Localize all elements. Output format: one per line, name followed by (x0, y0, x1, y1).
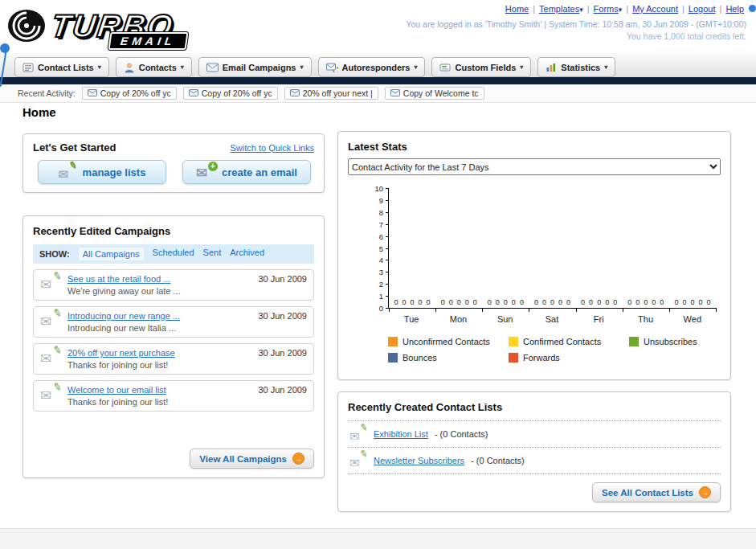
see-all-contact-lists-button[interactable]: See All Contact Lists → (592, 482, 721, 502)
bar-value: 0 (427, 298, 431, 306)
chart-day-group: 00000 (529, 188, 575, 308)
main-nav: Contact Lists▾Contacts▾Email Campaigns▾A… (0, 53, 756, 77)
recent-activity-items: Copy of 20% off ycCopy of 20% off yc20% … (82, 87, 484, 100)
chevron-down-icon: ▾ (604, 64, 607, 71)
envelope-pencil-icon: ✉✎ (40, 385, 61, 403)
campaign-item: ✉✎Welcome to our email listThanks for jo… (33, 380, 314, 412)
recent-activity-label: Recent Activity: (18, 88, 76, 98)
pencil-paper-icon: ✉✎ (349, 453, 367, 469)
manage-lists-button[interactable]: ✉✎ manage lists (38, 160, 166, 184)
contact-list-count: - (0 Contacts) (435, 429, 488, 439)
tab-statistics[interactable]: Statistics▾ (537, 57, 615, 77)
campaign-item: ✉✎See us at the retail food ...We're giv… (33, 269, 314, 301)
header: TURBO EMAIL Home|Templates ▾|Forms ▾|My … (0, 0, 756, 51)
separator: | (587, 4, 590, 14)
envelope-icon (290, 88, 300, 98)
tab-email-campaigns[interactable]: Email Campaigns▾ (198, 57, 312, 77)
filter-archived[interactable]: Archived (230, 248, 264, 260)
bar-value: 0 (449, 298, 453, 306)
campaign-date: 30 Jun 2009 (258, 385, 307, 395)
bar-value: 0 (652, 298, 656, 306)
bar-value: 0 (488, 298, 492, 306)
activity-item-label: 20% off your next | (303, 88, 373, 98)
campaign-subtitle: Introducing our new Italia ... (67, 323, 251, 333)
contact-list-link[interactable]: Exhibition List (374, 429, 428, 439)
campaign-title-link[interactable]: See us at the retail food ... (67, 274, 170, 284)
legend-entry: Bounces (388, 353, 509, 363)
create-email-button[interactable]: ✉+ create an email (182, 160, 311, 184)
bar-value: 0 (441, 298, 445, 306)
bar-value: 0 (589, 298, 593, 306)
envelope-icon (390, 88, 400, 98)
chart-day-group: 00000 (623, 188, 669, 308)
y-axis-label: 6 (379, 231, 383, 240)
header-right: Home|Templates ▾|Forms ▾|My Account|Logo… (406, 4, 746, 41)
bar-value: 0 (473, 298, 477, 306)
switch-quick-links-link[interactable]: Switch to Quick Links (230, 143, 314, 153)
top-link-logout[interactable]: Logout (689, 4, 716, 14)
y-axis-label: 9 (379, 195, 383, 204)
campaign-title-link[interactable]: Introducing our new range ... (67, 311, 180, 321)
recent-activity-item[interactable]: Copy of 20% off yc (82, 87, 177, 100)
top-nav: Home|Templates ▾|Forms ▾|My Account|Logo… (406, 4, 746, 14)
legend-entry: Forwards (509, 353, 629, 363)
contact-activity-chart: 0123456789100000000000000000000000000000… (388, 188, 716, 324)
filter-scheduled[interactable]: Scheduled (153, 248, 194, 260)
chart-x-axis-labels: TueMonSunSatFriThuWed (388, 314, 716, 324)
pencil-paper-icon: ✉✎ (349, 426, 367, 442)
recently-created-contact-lists-panel: Recently Created Contact Lists ✉✎Exhibit… (337, 391, 731, 512)
filter-sent[interactable]: Sent (203, 248, 222, 260)
contact-list-item: ✉✎Exhibition List- (0 Contacts) (348, 420, 721, 447)
y-axis-label: 4 (379, 256, 383, 264)
view-all-campaigns-button[interactable]: View All Campaigns → (190, 449, 314, 469)
top-link-forms[interactable]: Forms ▾ (594, 4, 623, 14)
campaign-title-link[interactable]: 20% off your next purchase (67, 348, 175, 358)
bar-value: 0 (558, 298, 562, 306)
chart-day-group: 00000 (576, 188, 623, 308)
bar-value: 0 (635, 298, 640, 306)
contact-list-link[interactable]: Newsletter Subscribers (374, 456, 464, 465)
logo-subtext: EMAIL (108, 32, 188, 50)
top-link-home[interactable]: Home (505, 4, 529, 14)
chevron-down-icon: ▾ (98, 64, 101, 71)
recent-activity-item[interactable]: Copy of 20% off yc (183, 87, 278, 100)
bar-value: 0 (394, 298, 398, 306)
campaign-subtitle: We're giving away our late ... (67, 286, 251, 296)
top-link-my-account[interactable]: My Account (632, 4, 678, 14)
x-axis-day-label: Sat (529, 314, 575, 324)
tab-contacts[interactable]: Contacts▾ (116, 57, 192, 77)
chart-day-group: 00000 (669, 188, 716, 308)
get-started-panel: Let's Get Started Switch to Quick Links … (22, 133, 325, 193)
contact-lists-title: Recently Created Contact Lists (348, 401, 502, 413)
chevron-down-icon: ▾ (579, 6, 583, 14)
stats-period-select[interactable]: Contact Activity for the Last 7 Days (348, 158, 721, 175)
top-link-templates[interactable]: Templates ▾ (539, 4, 583, 14)
tab-label: Custom Fields (455, 63, 516, 72)
legend-swatch (629, 337, 639, 346)
activity-item-label: Copy of 20% off yc (202, 88, 272, 98)
envelope-icon (189, 88, 198, 98)
envelope-pencil-icon: ✉✎ (40, 311, 61, 329)
envelope-icon (88, 88, 97, 98)
legend-swatch (509, 353, 518, 363)
bar-value: 0 (660, 298, 664, 306)
tab-custom-fields[interactable]: Custom Fields▾ (431, 57, 531, 77)
page-title: Home (22, 105, 56, 119)
tab-contact-lists[interactable]: Contact Lists▾ (14, 57, 109, 77)
separator: | (720, 4, 722, 14)
recent-activity-item[interactable]: Copy of Welcome tc (385, 87, 484, 100)
separator: | (626, 4, 628, 14)
recent-activity-item[interactable]: 20% off your next | (284, 87, 378, 100)
custom-fields-icon (439, 62, 451, 73)
chevron-down-icon: ▾ (414, 64, 417, 71)
contact-list-count: - (0 Contacts) (471, 456, 525, 465)
y-axis-label: 10 (374, 184, 383, 193)
top-link-help[interactable]: Help (725, 4, 744, 14)
logo-swirl-icon (6, 6, 50, 45)
tab-autoresponders[interactable]: Autoresponders▾ (318, 57, 426, 77)
legend-label: Confirmed Contacts (523, 337, 601, 346)
contact-lists-icon (22, 62, 34, 73)
filter-all-campaigns[interactable]: All Campaigns (79, 248, 144, 260)
campaign-title-link[interactable]: Welcome to our email list (67, 385, 166, 395)
login-info: You are logged in as 'Timothy Smith' | S… (406, 19, 746, 29)
